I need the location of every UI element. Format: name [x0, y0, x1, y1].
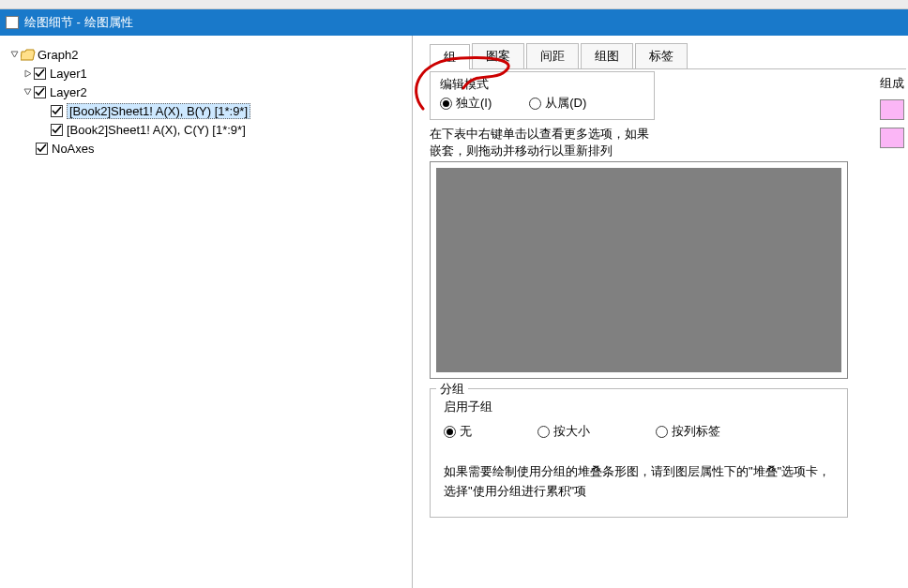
checkbox-layer1[interactable] [34, 68, 46, 80]
tab-pattern[interactable]: 图案 [472, 43, 524, 68]
window-title: 绘图细节 - 绘图属性 [24, 14, 133, 31]
checkbox-item2[interactable] [51, 124, 63, 136]
radio-by-col-label[interactable]: 按列标签 [656, 423, 720, 440]
stack-note: 如果需要绘制使用分组的堆叠条形图，请到图层属性下的"堆叠"选项卡，选择"使用分组… [444, 462, 834, 502]
radio-none[interactable]: 无 [444, 423, 472, 440]
tree-layer1-row[interactable]: Layer1 [8, 64, 404, 83]
radio-icon [529, 98, 541, 110]
tree-noaxes-label: NoAxes [52, 142, 95, 156]
tree-panel: Graph2 Layer1 Layer2 [0, 36, 413, 588]
radio-icon [537, 426, 550, 438]
tree-root-row[interactable]: Graph2 [8, 45, 404, 64]
radio-by-col-label-label: 按列标签 [672, 423, 720, 440]
radio-icon [444, 426, 456, 438]
edit-mode-legend: 编辑模式 [436, 76, 492, 93]
tree-item1-row[interactable]: [Book2]Sheet1! A(X), B(Y) [1*:9*] [8, 101, 404, 120]
menubar [0, 0, 908, 9]
tab-group[interactable]: 组 [430, 44, 470, 69]
subgroup-fieldset: 分组 启用子组 无 按大小 按列标签 如果需要绘制使用分组的堆叠条形图，请到图层… [430, 388, 848, 518]
tree-root-label: Graph2 [38, 48, 78, 62]
radio-icon [440, 98, 452, 110]
app-icon [6, 16, 19, 29]
hint-line2: 嵌套，则拖动并移动行以重新排列 [430, 143, 906, 159]
tree-noaxes-row[interactable]: NoAxes [8, 139, 404, 158]
options-list-frame [430, 161, 848, 379]
member-title: 组成 [880, 75, 908, 92]
titlebar: 绘图细节 - 绘图属性 [0, 9, 908, 36]
member-strip: 组成 [880, 75, 908, 148]
radio-dependent-label: 从属(D) [545, 95, 586, 112]
collapse-icon[interactable] [8, 51, 21, 59]
radio-independent-label: 独立(I) [456, 95, 492, 112]
checkbox-layer2[interactable] [34, 86, 46, 98]
member-swatch-2[interactable] [880, 128, 904, 148]
radio-icon [656, 426, 668, 438]
tree-item2-row[interactable]: [Book2]Sheet1! A(X), C(Y) [1*:9*] [8, 120, 404, 139]
member-swatch-1[interactable] [880, 99, 904, 120]
collapse-icon[interactable] [21, 88, 34, 97]
radio-independent[interactable]: 独立(I) [440, 95, 492, 112]
edit-mode-fieldset: 编辑模式 独立(I) 从属(D) [430, 71, 655, 120]
radio-dependent[interactable]: 从属(D) [529, 95, 586, 112]
tree-layer2-label: Layer2 [50, 85, 87, 99]
expand-icon[interactable] [21, 69, 34, 78]
properties-panel: 组 图案 间距 组图 标签 编辑模式 独立(I) 从属(D) 在下表中右键单击以… [413, 36, 908, 588]
tab-group-graph[interactable]: 组图 [581, 43, 633, 68]
tree-layer1-label: Layer1 [50, 67, 87, 81]
radio-by-size-label: 按大小 [553, 423, 590, 440]
tree-layer2-row[interactable]: Layer2 [8, 83, 404, 101]
subgroup-legend: 分组 [436, 381, 468, 398]
tab-spacing[interactable]: 间距 [526, 43, 579, 68]
checkbox-item1[interactable] [51, 105, 63, 117]
tab-label[interactable]: 标签 [635, 43, 688, 68]
radio-by-size[interactable]: 按大小 [537, 423, 590, 440]
options-list[interactable] [436, 168, 841, 372]
tree-item2-label: [Book2]Sheet1! A(X), C(Y) [1*:9*] [67, 123, 246, 137]
tree-item1-label: [Book2]Sheet1! A(X), B(Y) [1*:9*] [67, 103, 250, 119]
folder-open-icon [21, 49, 36, 61]
checkbox-noaxes[interactable] [36, 143, 48, 155]
enable-subgroup-label: 启用子组 [444, 399, 834, 415]
radio-none-label: 无 [460, 423, 472, 440]
hint-line1: 在下表中右键单击以查看更多选项，如果 [430, 126, 906, 143]
tab-bar: 组 图案 间距 组图 标签 [430, 43, 906, 69]
hint-text: 在下表中右键单击以查看更多选项，如果 嵌套，则拖动并移动行以重新排列 [430, 126, 906, 159]
